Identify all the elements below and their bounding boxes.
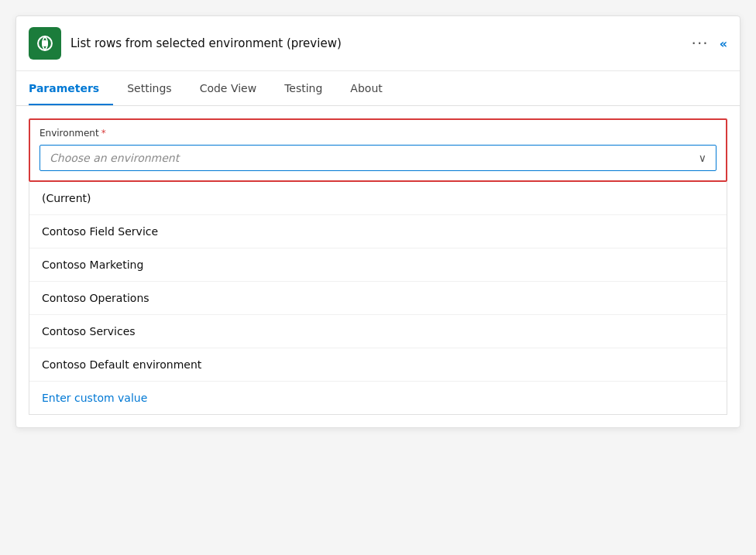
environment-field-group: Environment * Choose an environment ∨ — [29, 118, 727, 182]
panel-content: Environment * Choose an environment ∨ (C… — [16, 106, 740, 427]
enter-custom-value-item[interactable]: Enter custom value — [29, 382, 727, 414]
tab-testing[interactable]: Testing — [270, 71, 336, 105]
list-item[interactable]: (Current) — [29, 182, 727, 215]
environment-label: Environment * — [40, 128, 716, 139]
list-item[interactable]: Contoso Field Service — [29, 215, 727, 248]
chevron-down-icon: ∨ — [699, 152, 706, 164]
panel-header: List rows from selected environment (pre… — [16, 16, 740, 71]
header-left: List rows from selected environment (pre… — [29, 27, 342, 60]
header-actions: ··· « — [692, 34, 727, 53]
list-item[interactable]: Contoso Services — [29, 315, 727, 348]
app-icon — [29, 27, 61, 60]
action-panel: List rows from selected environment (pre… — [15, 15, 741, 428]
tab-parameters[interactable]: Parameters — [29, 71, 113, 105]
required-indicator: * — [101, 128, 106, 139]
collapse-button[interactable]: « — [720, 36, 727, 51]
tab-code-view[interactable]: Code View — [186, 71, 271, 105]
list-item[interactable]: Contoso Marketing — [29, 248, 727, 282]
tab-bar: Parameters Settings Code View Testing Ab… — [16, 71, 740, 106]
tab-settings[interactable]: Settings — [113, 71, 185, 105]
list-item[interactable]: Contoso Operations — [29, 282, 727, 315]
environment-dropdown[interactable]: Choose an environment ∨ — [40, 145, 716, 171]
panel-title: List rows from selected environment (pre… — [70, 36, 342, 50]
dropdown-placeholder: Choose an environment — [50, 152, 179, 164]
dropdown-list: (Current) Contoso Field Service Contoso … — [29, 182, 727, 415]
list-item[interactable]: Contoso Default environment — [29, 348, 727, 382]
more-options-button[interactable]: ··· — [692, 34, 709, 53]
tab-about[interactable]: About — [336, 71, 396, 105]
